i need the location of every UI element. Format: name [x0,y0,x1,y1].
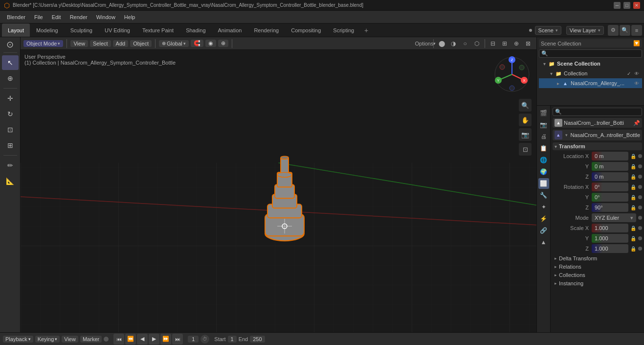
scale-x-keyframe[interactable] [638,226,642,230]
object-menu-button[interactable]: Object [130,40,152,47]
xray-button[interactable]: ⊞ [499,38,510,49]
play-button[interactable]: ▶ [149,334,159,345]
rotation-x-field[interactable]: 0° [592,183,628,191]
tab-texture-paint[interactable]: Texture Paint [136,23,179,37]
collection-visibility-toggle[interactable]: ✓ [625,70,632,77]
location-y-field[interactable]: 0 m [592,162,628,171]
tree-item-collection[interactable]: ▾ 📁 Collection ✓ 👁 [539,69,642,78]
prev-keyframe-button[interactable]: ⏪ [125,334,136,345]
rotate-tool-button[interactable]: ↻ [2,107,19,121]
rotation-z-field[interactable]: 90° [592,203,628,212]
prev-frame-button[interactable]: ◀ [137,334,148,345]
location-x-field[interactable]: 0 m [592,152,628,161]
maximize-button[interactable]: □ [623,2,630,9]
location-y-keyframe[interactable] [638,164,642,168]
outliner-search[interactable]: 🔍 [539,49,642,58]
filter-button[interactable]: ≡ [631,25,642,36]
location-z-lock[interactable]: 🔒 [630,174,636,180]
view-layer-selector[interactable]: View Layer ▾ [566,26,604,35]
tab-uv-editing[interactable]: UV Editing [99,23,136,37]
scene-selector[interactable]: Scene ▾ [535,26,561,35]
record-button[interactable] [104,337,109,342]
proportional-edit-button[interactable]: ◉ [205,40,216,47]
jump-start-button[interactable]: ⏮ [113,334,124,345]
instancing-header[interactable]: ▸ Instancing [553,280,642,287]
tab-modeling[interactable]: Modeling [30,23,64,37]
collection-eye-icon[interactable]: 👁 [633,70,640,77]
collections-header[interactable]: ▸ Collections [553,272,642,278]
rotation-x-keyframe[interactable] [638,185,642,189]
tab-sculpting[interactable]: Sculpting [65,23,98,37]
properties-search-input[interactable] [563,109,640,115]
snap-button[interactable]: 🧲 [191,40,203,47]
scale-z-keyframe[interactable] [638,247,642,251]
prop-icon-constraints[interactable]: 🔗 [538,225,549,236]
viewport-orthographic-button[interactable]: ⊡ [519,143,532,156]
prop-icon-output[interactable]: 🖨 [538,131,549,142]
select-tool-button[interactable]: ↖ [2,55,19,70]
rotation-z-keyframe[interactable] [638,206,642,209]
rotation-x-lock[interactable]: 🔒 [630,184,636,190]
end-frame-field[interactable]: 250 [250,336,265,343]
bottle-object[interactable] [255,148,314,256]
scale-y-keyframe[interactable] [638,236,642,240]
transform-selector[interactable]: ⊕ Global ▾ [159,40,189,47]
cursor-tool-button[interactable]: ⊕ [2,71,19,86]
menu-blender[interactable]: Blender [3,13,29,21]
relations-header[interactable]: ▸ Relations [553,263,642,270]
timeline-view-menu-button[interactable]: View [62,336,78,343]
prop-icon-object[interactable]: ⬜ [538,178,549,189]
properties-search[interactable]: 🔍 [553,108,642,116]
add-menu-button[interactable]: Add [113,40,129,47]
add-workspace-button[interactable]: + [360,23,372,37]
scale-y-field[interactable]: 1.000 [592,234,628,243]
filter-options-button[interactable]: ⊕ [218,40,228,47]
tab-rendering[interactable]: Rendering [248,23,285,37]
fps-indicator[interactable]: ⏱ [200,335,209,344]
viewport[interactable]: Object Mode ▾ View Select Add Object ⊕ G… [21,37,536,332]
scale-x-lock[interactable]: 🔒 [630,226,636,231]
render-settings-button[interactable]: ⚙ [608,25,619,36]
nasalcrom-eye-icon[interactable]: 👁 [633,80,640,87]
viewport-options-button[interactable]: Options ▾ [420,38,431,49]
rotation-y-lock[interactable]: 🔒 [630,195,636,200]
search-button[interactable]: 🔍 [620,25,630,36]
scale-z-lock[interactable]: 🔒 [630,246,636,252]
rotation-mode-keyframe[interactable] [638,216,642,220]
gizmo-button[interactable]: ⊕ [511,38,522,49]
playback-menu-button[interactable]: Playback ▾ [3,336,33,343]
delta-transform-header[interactable]: ▸ Delta Transform [553,255,642,262]
tab-layout[interactable]: Layout [2,23,30,37]
location-x-lock[interactable]: 🔒 [630,154,636,159]
current-frame-field[interactable]: 1 [188,336,199,343]
location-z-keyframe[interactable] [638,175,642,179]
navigation-gizmo[interactable]: Z X Y [492,55,532,94]
overlay-button[interactable]: ⊟ [488,38,498,49]
next-frame-button[interactable]: ⏩ [160,334,171,345]
viewport-shading-solid[interactable]: ⬤ [436,38,447,49]
transform-section-header[interactable]: ▾ Transform [553,142,642,150]
outliner-search-input[interactable] [550,51,608,57]
viewport-zoom-button[interactable]: 🔍 [519,99,532,112]
tree-item-scene-collection[interactable]: ▾ 📁 Scene Collection [539,59,642,69]
minimize-button[interactable]: ─ [614,2,621,9]
rotation-y-field[interactable]: 0° [592,193,628,202]
prop-icon-particles[interactable]: ✦ [538,202,549,212]
tab-scripting[interactable]: Scripting [327,23,360,37]
outliner-filter-icon[interactable]: 🔽 [633,40,640,46]
marker-menu-button[interactable]: Marker [80,336,102,343]
viewport-canvas[interactable]: User Perspective (1) Collection | NasalC… [21,50,536,332]
menu-window[interactable]: Window [92,13,119,21]
scale-y-lock[interactable]: 🔒 [630,236,636,241]
region-button[interactable]: ⊠ [523,38,533,49]
location-z-field[interactable]: 0 m [592,172,628,181]
prop-icon-viewlayer[interactable]: 📋 [538,143,549,154]
prop-icon-data[interactable]: ▲ [538,237,549,248]
scale-z-field[interactable]: 1.000 [592,244,628,253]
rotation-z-lock[interactable]: 🔒 [630,205,636,210]
tab-compositing[interactable]: Compositing [285,23,327,37]
tree-item-nasalcrom[interactable]: ▸ ▲ NasalCrom_Allergy_... 👁 [539,78,642,88]
prop-icon-physics[interactable]: ⚡ [538,213,549,224]
object-mode-button[interactable]: Object Mode ▾ [23,40,63,47]
menu-render[interactable]: Render [66,13,91,21]
